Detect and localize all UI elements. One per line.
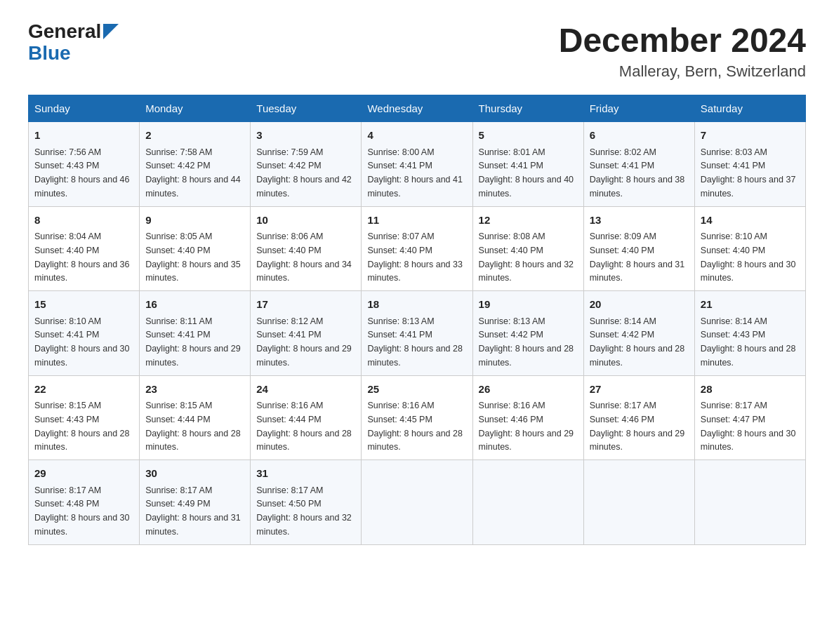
day-cell: 2 Sunrise: 7:58 AMSunset: 4:42 PMDayligh… xyxy=(140,122,251,207)
day-cell: 10 Sunrise: 8:06 AMSunset: 4:40 PMDaylig… xyxy=(251,206,362,291)
day-of-week-header-sunday: Sunday xyxy=(29,95,140,122)
day-cell: 18 Sunrise: 8:13 AMSunset: 4:41 PMDaylig… xyxy=(362,291,472,376)
day-info: Sunrise: 8:04 AMSunset: 4:40 PMDaylight:… xyxy=(34,232,130,283)
day-cell: 21 Sunrise: 8:14 AMSunset: 4:43 PMDaylig… xyxy=(694,291,805,376)
day-info: Sunrise: 8:17 AMSunset: 4:46 PMDaylight:… xyxy=(590,401,685,452)
month-year-title: December 2024 xyxy=(559,21,806,60)
day-number: 23 xyxy=(145,382,244,398)
day-info: Sunrise: 8:10 AMSunset: 4:40 PMDaylight:… xyxy=(701,232,796,283)
day-number: 3 xyxy=(256,128,355,144)
day-cell: 24 Sunrise: 8:16 AMSunset: 4:44 PMDaylig… xyxy=(251,375,362,460)
week-row-4: 22 Sunrise: 8:15 AMSunset: 4:43 PMDaylig… xyxy=(29,375,806,460)
day-info: Sunrise: 8:09 AMSunset: 4:40 PMDaylight:… xyxy=(590,232,685,283)
day-number: 4 xyxy=(367,128,466,144)
day-number: 2 xyxy=(145,128,244,144)
day-cell: 17 Sunrise: 8:12 AMSunset: 4:41 PMDaylig… xyxy=(251,291,362,376)
logo-general-text: General xyxy=(28,21,101,43)
day-number: 30 xyxy=(145,466,244,482)
day-info: Sunrise: 8:08 AMSunset: 4:40 PMDaylight:… xyxy=(479,232,574,283)
day-info: Sunrise: 8:10 AMSunset: 4:41 PMDaylight:… xyxy=(34,316,130,368)
day-number: 9 xyxy=(145,213,244,229)
week-row-3: 15 Sunrise: 8:10 AMSunset: 4:41 PMDaylig… xyxy=(29,291,806,376)
day-cell: 11 Sunrise: 8:07 AMSunset: 4:40 PMDaylig… xyxy=(362,206,472,291)
day-number: 7 xyxy=(701,128,800,144)
day-info: Sunrise: 8:11 AMSunset: 4:41 PMDaylight:… xyxy=(145,316,241,368)
day-info: Sunrise: 8:14 AMSunset: 4:42 PMDaylight:… xyxy=(590,316,685,368)
day-number: 19 xyxy=(479,297,578,313)
days-of-week-row: SundayMondayTuesdayWednesdayThursdayFrid… xyxy=(29,95,806,122)
day-of-week-header-friday: Friday xyxy=(583,95,694,122)
day-info: Sunrise: 8:17 AMSunset: 4:47 PMDaylight:… xyxy=(701,401,796,452)
day-number: 25 xyxy=(367,382,466,398)
day-cell: 14 Sunrise: 8:10 AMSunset: 4:40 PMDaylig… xyxy=(694,206,805,291)
calendar-header: SundayMondayTuesdayWednesdayThursdayFrid… xyxy=(29,95,806,122)
week-row-5: 29 Sunrise: 8:17 AMSunset: 4:48 PMDaylig… xyxy=(29,460,806,545)
day-info: Sunrise: 8:15 AMSunset: 4:43 PMDaylight:… xyxy=(34,401,130,452)
day-info: Sunrise: 8:12 AMSunset: 4:41 PMDaylight:… xyxy=(256,316,352,368)
day-number: 24 xyxy=(256,382,355,398)
day-of-week-header-monday: Monday xyxy=(140,95,251,122)
day-number: 1 xyxy=(34,128,133,144)
logo: General Blue xyxy=(28,21,119,65)
day-number: 5 xyxy=(479,128,578,144)
day-cell: 30 Sunrise: 8:17 AMSunset: 4:49 PMDaylig… xyxy=(140,460,251,545)
day-number: 29 xyxy=(34,466,133,482)
day-cell: 16 Sunrise: 8:11 AMSunset: 4:41 PMDaylig… xyxy=(140,291,251,376)
day-info: Sunrise: 8:06 AMSunset: 4:40 PMDaylight:… xyxy=(256,232,352,283)
day-number: 15 xyxy=(34,297,133,313)
svg-marker-0 xyxy=(103,24,119,39)
day-number: 6 xyxy=(590,128,689,144)
day-cell: 26 Sunrise: 8:16 AMSunset: 4:46 PMDaylig… xyxy=(472,375,583,460)
day-number: 10 xyxy=(256,213,355,229)
day-number: 22 xyxy=(34,382,133,398)
title-block: December 2024 Malleray, Bern, Switzerlan… xyxy=(559,21,806,81)
day-cell: 27 Sunrise: 8:17 AMSunset: 4:46 PMDaylig… xyxy=(583,375,694,460)
day-number: 16 xyxy=(145,297,244,313)
day-cell: 25 Sunrise: 8:16 AMSunset: 4:45 PMDaylig… xyxy=(362,375,472,460)
day-cell: 1 Sunrise: 7:56 AMSunset: 4:43 PMDayligh… xyxy=(29,122,140,207)
day-number: 13 xyxy=(590,213,689,229)
day-cell: 5 Sunrise: 8:01 AMSunset: 4:41 PMDayligh… xyxy=(472,122,583,207)
week-row-2: 8 Sunrise: 8:04 AMSunset: 4:40 PMDayligh… xyxy=(29,206,806,291)
day-cell: 3 Sunrise: 7:59 AMSunset: 4:42 PMDayligh… xyxy=(251,122,362,207)
day-info: Sunrise: 8:03 AMSunset: 4:41 PMDaylight:… xyxy=(701,147,796,199)
day-cell: 9 Sunrise: 8:05 AMSunset: 4:40 PMDayligh… xyxy=(140,206,251,291)
logo-triangle-icon xyxy=(103,24,119,39)
day-info: Sunrise: 7:56 AMSunset: 4:43 PMDaylight:… xyxy=(34,147,130,199)
day-cell: 19 Sunrise: 8:13 AMSunset: 4:42 PMDaylig… xyxy=(472,291,583,376)
day-number: 18 xyxy=(367,297,466,313)
day-cell: 28 Sunrise: 8:17 AMSunset: 4:47 PMDaylig… xyxy=(694,375,805,460)
day-info: Sunrise: 8:13 AMSunset: 4:42 PMDaylight:… xyxy=(479,316,574,368)
day-cell: 13 Sunrise: 8:09 AMSunset: 4:40 PMDaylig… xyxy=(583,206,694,291)
day-number: 8 xyxy=(34,213,133,229)
day-cell: 15 Sunrise: 8:10 AMSunset: 4:41 PMDaylig… xyxy=(29,291,140,376)
day-info: Sunrise: 8:02 AMSunset: 4:41 PMDaylight:… xyxy=(590,147,685,199)
day-number: 21 xyxy=(701,297,800,313)
day-cell: 12 Sunrise: 8:08 AMSunset: 4:40 PMDaylig… xyxy=(472,206,583,291)
day-info: Sunrise: 8:17 AMSunset: 4:50 PMDaylight:… xyxy=(256,485,352,537)
day-of-week-header-thursday: Thursday xyxy=(472,95,583,122)
day-number: 26 xyxy=(479,382,578,398)
location-subtitle: Malleray, Bern, Switzerland xyxy=(559,62,806,81)
day-info: Sunrise: 8:16 AMSunset: 4:45 PMDaylight:… xyxy=(367,401,463,452)
day-info: Sunrise: 8:07 AMSunset: 4:40 PMDaylight:… xyxy=(367,232,463,283)
day-info: Sunrise: 8:00 AMSunset: 4:41 PMDaylight:… xyxy=(367,147,463,199)
day-cell: 23 Sunrise: 8:15 AMSunset: 4:44 PMDaylig… xyxy=(140,375,251,460)
day-cell: 6 Sunrise: 8:02 AMSunset: 4:41 PMDayligh… xyxy=(583,122,694,207)
day-cell: 7 Sunrise: 8:03 AMSunset: 4:41 PMDayligh… xyxy=(694,122,805,207)
day-cell xyxy=(694,460,805,545)
day-of-week-header-saturday: Saturday xyxy=(694,95,805,122)
day-info: Sunrise: 8:17 AMSunset: 4:48 PMDaylight:… xyxy=(34,485,130,537)
day-info: Sunrise: 8:15 AMSunset: 4:44 PMDaylight:… xyxy=(145,401,241,452)
day-cell: 29 Sunrise: 8:17 AMSunset: 4:48 PMDaylig… xyxy=(29,460,140,545)
day-info: Sunrise: 8:01 AMSunset: 4:41 PMDaylight:… xyxy=(479,147,574,199)
calendar-body: 1 Sunrise: 7:56 AMSunset: 4:43 PMDayligh… xyxy=(29,122,806,545)
day-info: Sunrise: 7:58 AMSunset: 4:42 PMDaylight:… xyxy=(145,147,241,199)
day-info: Sunrise: 8:17 AMSunset: 4:49 PMDaylight:… xyxy=(145,485,241,537)
page-header: General Blue December 2024 Malleray, Ber… xyxy=(28,21,806,81)
logo-blue-text: Blue xyxy=(28,43,119,65)
day-of-week-header-wednesday: Wednesday xyxy=(362,95,472,122)
day-cell: 4 Sunrise: 8:00 AMSunset: 4:41 PMDayligh… xyxy=(362,122,472,207)
day-cell: 22 Sunrise: 8:15 AMSunset: 4:43 PMDaylig… xyxy=(29,375,140,460)
day-number: 17 xyxy=(256,297,355,313)
